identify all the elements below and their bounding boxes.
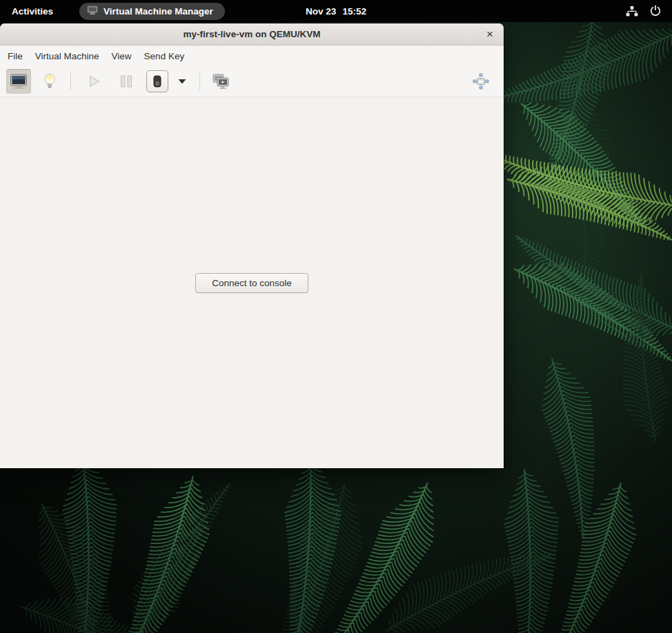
- console-view-button[interactable]: [6, 69, 31, 94]
- network-wired-icon: [625, 6, 639, 17]
- power-icon: [649, 5, 662, 17]
- clock-date: Nov 23: [306, 6, 336, 17]
- pause-button: [114, 69, 139, 94]
- virtual-machine-manager-icon: [87, 6, 98, 17]
- pause-icon: [119, 73, 134, 90]
- activities-button[interactable]: Activities: [0, 0, 65, 22]
- window-title: my-first-live-vm on QEMU/KVM: [184, 29, 321, 39]
- gnome-top-bar: Activities Virtual Machine Manager Nov 2…: [0, 0, 672, 22]
- system-menu[interactable]: [625, 0, 672, 22]
- app-indicator-label: Virtual Machine Manager: [103, 6, 213, 17]
- toolbar-separator: [199, 72, 200, 90]
- chevron-down-icon: [177, 78, 187, 85]
- close-icon[interactable]: ×: [482, 27, 497, 42]
- toolbar-separator: [70, 72, 71, 90]
- clock-button[interactable]: Nov 23 15:52: [306, 6, 366, 17]
- window-titlebar[interactable]: my-first-live-vm on QEMU/KVM ×: [0, 23, 504, 46]
- clock-time: 15:52: [342, 6, 366, 17]
- menu-view[interactable]: View: [106, 46, 138, 66]
- shutdown-button[interactable]: [146, 70, 168, 92]
- monitor-icon: [10, 73, 28, 90]
- auto-resize-button: [468, 69, 493, 94]
- lightbulb-icon: [42, 72, 57, 90]
- connect-to-console-button[interactable]: Connect to console: [195, 273, 308, 293]
- toolbar: [0, 66, 504, 97]
- menu-send-key[interactable]: Send Key: [138, 46, 191, 66]
- shutdown-menu-button[interactable]: [173, 69, 191, 94]
- run-button: [81, 69, 106, 94]
- resize-icon: [472, 72, 490, 90]
- fullscreen-button[interactable]: [208, 69, 233, 94]
- show-hardware-details-button[interactable]: [37, 69, 62, 94]
- virt-manager-window: my-first-live-vm on QEMU/KVM × FileVirtu…: [0, 23, 504, 468]
- menubar: FileVirtual MachineViewSend Key: [0, 46, 504, 66]
- shutdown-icon: [153, 75, 161, 88]
- app-indicator-button[interactable]: Virtual Machine Manager: [79, 3, 225, 20]
- play-icon: [85, 72, 103, 90]
- fullscreen-icon: [212, 73, 230, 90]
- menu-virtual-machine[interactable]: Virtual Machine: [29, 46, 106, 66]
- menu-file[interactable]: File: [1, 46, 29, 66]
- console-placeholder: Connect to console: [0, 97, 504, 468]
